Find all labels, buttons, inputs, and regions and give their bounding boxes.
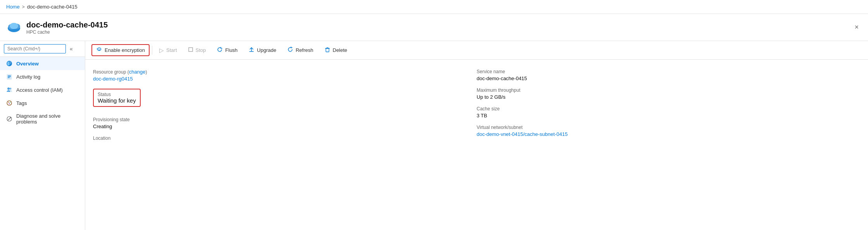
svg-rect-27 <box>326 48 329 52</box>
provisioning-state-detail: Provisioning state Creating <box>93 114 477 132</box>
svg-rect-24 <box>189 48 193 51</box>
breadcrumb: Home > doc-demo-cache-0415 <box>6 4 78 10</box>
vnet-subnet-label: Virtual network/subnet <box>477 125 860 130</box>
svg-rect-8 <box>8 76 11 76</box>
close-button[interactable]: × <box>851 22 862 33</box>
svg-point-11 <box>7 88 10 90</box>
svg-point-16 <box>9 103 10 104</box>
status-box: Status Waiting for key <box>93 89 141 107</box>
sidebar-item-activity-log[interactable]: Activity log <box>0 70 85 83</box>
details-left: Resource group (change) doc-demo-rg0415 … <box>93 66 477 145</box>
status-label: Status <box>98 92 136 97</box>
header-title-group: doc-demo-cache-0415 HPC cache <box>26 20 108 35</box>
upgrade-button[interactable]: Upgrade <box>244 44 281 56</box>
sidebar: « Overview Activity log <box>0 41 85 230</box>
cache-size-detail: Cache size 3 TB <box>477 103 860 122</box>
resource-header: doc-demo-cache-0415 HPC cache × <box>0 14 868 41</box>
enable-encryption-button[interactable]: Enable encryption <box>91 44 150 56</box>
sidebar-item-tags[interactable]: Tags <box>0 96 85 110</box>
details-grid: Resource group (change) doc-demo-rg0415 … <box>85 60 868 151</box>
vnet-subnet-value[interactable]: doc-demo-vnet-0415/cache-subnet-0415 <box>477 131 860 137</box>
search-container: « <box>0 41 85 57</box>
service-name-label: Service name <box>477 69 860 74</box>
cache-size-value: 3 TB <box>477 113 860 118</box>
details-right: Service name doc-demo-cache-0415 Maximum… <box>477 66 860 145</box>
toolbar-divider-1 <box>152 46 152 55</box>
svg-rect-9 <box>8 77 11 77</box>
service-name-detail: Service name doc-demo-cache-0415 <box>477 66 860 84</box>
diagnose-icon <box>6 116 12 122</box>
svg-point-12 <box>10 88 12 90</box>
svg-point-19 <box>10 117 11 118</box>
svg-point-13 <box>7 101 12 105</box>
top-bar: Home > doc-demo-cache-0415 <box>0 0 868 14</box>
activity-log-icon <box>6 74 12 80</box>
sidebar-item-iam[interactable]: Access control (IAM) <box>0 83 85 96</box>
header-left: doc-demo-cache-0415 HPC cache <box>6 20 108 35</box>
stop-label: Stop <box>196 47 206 53</box>
delete-label: Delete <box>333 47 348 53</box>
status-detail: Status Waiting for key <box>93 85 477 110</box>
location-detail: Location <box>93 132 477 145</box>
provisioning-state-value: Creating <box>93 124 477 129</box>
svg-point-3 <box>10 23 18 29</box>
flush-label: Flush <box>225 47 238 53</box>
breadcrumb-separator: > <box>22 4 25 10</box>
resource-group-detail: Resource group (change) doc-demo-rg0415 <box>93 66 477 85</box>
delete-icon <box>324 46 331 54</box>
start-label: Start <box>166 47 177 53</box>
cache-size-label: Cache size <box>477 106 860 112</box>
collapse-button[interactable]: « <box>68 45 74 53</box>
tags-icon <box>6 100 12 106</box>
svg-rect-10 <box>8 77 10 78</box>
search-input[interactable] <box>4 44 66 53</box>
toolbar: Enable encryption ▷ Start Stop <box>85 41 868 60</box>
upgrade-icon <box>248 46 255 54</box>
sidebar-label-tags: Tags <box>16 100 27 106</box>
status-value: Waiting for key <box>98 97 136 104</box>
start-icon: ▷ <box>159 47 164 54</box>
sidebar-label-overview: Overview <box>16 61 39 67</box>
max-throughput-value: Up to 2 GB/s <box>477 94 860 100</box>
stop-button[interactable]: Stop <box>183 45 211 56</box>
delete-button[interactable]: Delete <box>320 44 352 56</box>
refresh-label: Refresh <box>296 47 313 53</box>
sidebar-label-activity-log: Activity log <box>16 74 40 80</box>
start-button[interactable]: ▷ Start <box>155 45 181 56</box>
provisioning-state-label: Provisioning state <box>93 117 477 122</box>
service-name-value: doc-demo-cache-0415 <box>477 76 860 81</box>
encryption-icon <box>96 46 102 54</box>
sidebar-item-overview[interactable]: Overview <box>0 57 85 70</box>
breadcrumb-home[interactable]: Home <box>6 4 20 10</box>
svg-point-22 <box>99 50 100 51</box>
max-throughput-detail: Maximum throughput Up to 2 GB/s <box>477 84 860 103</box>
sidebar-item-diagnose[interactable]: Diagnose and solve problems <box>0 110 85 128</box>
hpc-cache-icon <box>6 20 22 35</box>
resource-title: doc-demo-cache-0415 <box>26 20 108 29</box>
main-layout: « Overview Activity log <box>0 41 868 230</box>
upgrade-label: Upgrade <box>257 47 276 53</box>
svg-point-14 <box>8 102 9 103</box>
overview-icon <box>6 60 12 67</box>
resource-group-change-link[interactable]: change <box>129 69 146 75</box>
location-label: Location <box>93 136 477 141</box>
stop-icon <box>188 47 193 53</box>
resource-group-label: Resource group (change) <box>93 69 477 75</box>
resource-group-value[interactable]: doc-demo-rg0415 <box>93 76 477 82</box>
flush-icon <box>217 46 223 54</box>
max-throughput-label: Maximum throughput <box>477 88 860 93</box>
sidebar-label-diagnose: Diagnose and solve problems <box>16 113 79 125</box>
svg-point-15 <box>10 102 10 103</box>
refresh-icon <box>287 46 293 54</box>
iam-icon <box>6 87 12 93</box>
vnet-subnet-detail: Virtual network/subnet doc-demo-vnet-041… <box>477 122 860 140</box>
sidebar-label-iam: Access control (IAM) <box>16 87 63 93</box>
svg-point-6 <box>9 61 11 64</box>
breadcrumb-current: doc-demo-cache-0415 <box>27 4 78 10</box>
refresh-button[interactable]: Refresh <box>282 44 318 56</box>
enable-encryption-label: Enable encryption <box>105 47 145 53</box>
resource-subtitle: HPC cache <box>26 29 108 35</box>
flush-button[interactable]: Flush <box>212 44 242 56</box>
content-area: Enable encryption ▷ Start Stop <box>85 41 868 230</box>
